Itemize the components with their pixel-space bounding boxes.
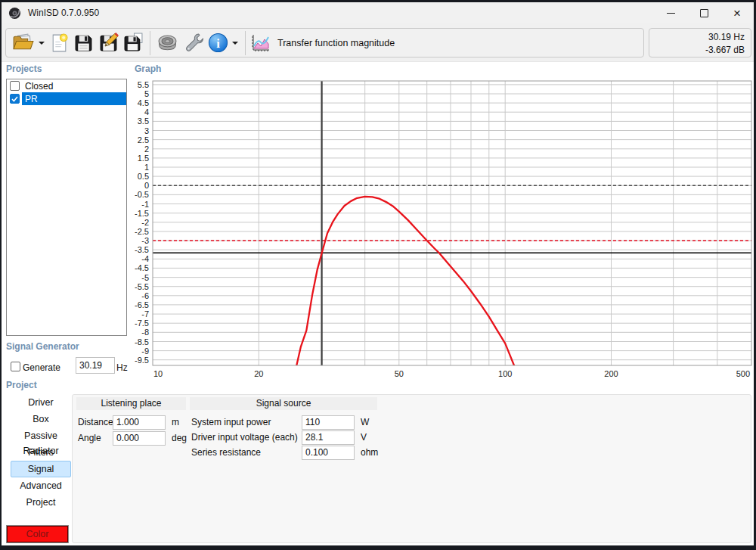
nav-item-filters[interactable]: Filters (11, 444, 71, 461)
nav-item-box[interactable]: Box (11, 411, 71, 427)
driver-editor-button[interactable] (154, 30, 181, 56)
driver-input-voltage-label: Driver input voltage (each) (191, 432, 302, 443)
toolbar-separator (150, 31, 150, 55)
app-speaker-icon (8, 7, 21, 20)
series-resistance-input[interactable] (302, 446, 355, 460)
maximize-icon (700, 9, 708, 17)
info-dropdown-arrow-icon[interactable] (232, 42, 238, 45)
speaker-driver-icon (156, 33, 178, 52)
nav-item-signal[interactable]: Signal (11, 461, 71, 477)
svg-text:0.5: 0.5 (138, 172, 149, 181)
signal-generator-header: Signal Generator (6, 341, 79, 352)
svg-text:0: 0 (144, 181, 149, 190)
window-controls: × (654, 2, 754, 23)
driver-input-voltage-input[interactable] (302, 430, 355, 445)
generate-checkbox[interactable] (11, 362, 20, 371)
projects-header: Projects (6, 64, 42, 74)
system-input-power-unit: W (361, 417, 369, 427)
svg-text:100: 100 (498, 369, 512, 378)
floppy-copy-icon (123, 33, 144, 53)
project-list-item-pr[interactable]: PR (7, 92, 126, 105)
toolbar: i Transfer function magnitude (5, 28, 644, 57)
driver-input-voltage-unit: V (361, 432, 367, 443)
toolbar-separator-2 (245, 31, 246, 55)
generate-label: Generate (23, 362, 60, 373)
svg-text:-4.5: -4.5 (135, 263, 149, 272)
nav-item-passive-radiator[interactable]: Passive Radiator (11, 427, 71, 444)
info-button[interactable]: i (206, 30, 231, 56)
svg-text:-7.5: -7.5 (135, 319, 149, 328)
open-project-button[interactable] (9, 30, 37, 56)
svg-text:-7: -7 (141, 309, 149, 319)
svg-text:50: 50 (395, 369, 404, 378)
info-icon: i (208, 33, 228, 53)
project-item-label: Closed (22, 79, 126, 92)
floppy-save-icon (73, 33, 94, 53)
maximize-button[interactable] (687, 2, 720, 23)
svg-text:-2.5: -2.5 (135, 227, 149, 236)
svg-text:10: 10 (153, 369, 163, 378)
svg-text:2: 2 (144, 144, 149, 154)
svg-text:3: 3 (144, 126, 149, 135)
svg-text:5.5: 5.5 (138, 80, 149, 89)
driver-input-voltage-row: Driver input voltage (each) V (73, 430, 367, 445)
project-list-item-closed[interactable]: Closed (7, 79, 126, 92)
project-checkbox-pr[interactable] (10, 94, 20, 104)
svg-text:1: 1 (144, 163, 149, 172)
series-resistance-label: Series resistance (191, 447, 302, 458)
save-as-button[interactable] (96, 30, 121, 56)
svg-text:1.5: 1.5 (138, 154, 149, 163)
svg-text:-3.5: -3.5 (135, 245, 149, 254)
generator-frequency-input[interactable] (76, 357, 115, 374)
close-button[interactable]: × (720, 2, 754, 23)
system-input-power-row: System input power W (73, 415, 369, 430)
svg-text:-9: -9 (141, 346, 149, 356)
new-project-button[interactable] (48, 30, 71, 56)
color-button[interactable]: Color (6, 525, 69, 543)
signal-generator-row: Generate Hz (2, 355, 145, 376)
app-window: WinISD 0.7.0.950 × (2, 2, 754, 545)
listening-place-header: Listening place (76, 397, 186, 410)
minimize-button[interactable] (654, 2, 687, 23)
svg-text:3.5: 3.5 (138, 117, 149, 126)
project-item-label: PR (22, 92, 126, 105)
svg-text:-6.5: -6.5 (135, 300, 149, 309)
svg-text:-4: -4 (141, 254, 149, 263)
folder-open-icon (11, 33, 35, 53)
toolbox-button[interactable] (181, 30, 206, 56)
project-checkbox-closed[interactable] (10, 81, 20, 91)
close-icon: × (733, 7, 741, 20)
series-resistance-unit: ohm (361, 447, 378, 458)
svg-text:-1.5: -1.5 (135, 209, 149, 218)
window-titlebar: WinISD 0.7.0.950 × (2, 2, 754, 23)
generator-frequency-unit: Hz (116, 362, 128, 373)
nav-item-project[interactable]: Project (11, 494, 71, 511)
svg-text:5: 5 (144, 89, 149, 98)
save-button[interactable] (71, 30, 96, 56)
projects-list[interactable]: ClosedPR (6, 79, 127, 336)
nav-item-advanced[interactable]: Advanced (11, 477, 71, 494)
new-document-icon (50, 33, 69, 54)
settings-panel: Listening place Signal source Distance m… (72, 394, 751, 543)
save-all-button[interactable] (121, 30, 146, 56)
series-resistance-row: Series resistance ohm (73, 445, 378, 460)
window-title: WinISD 0.7.0.950 (28, 8, 99, 18)
svg-text:-2: -2 (141, 218, 149, 227)
chart-icon (249, 33, 271, 53)
svg-text:500: 500 (736, 369, 750, 378)
svg-text:200: 200 (604, 369, 618, 378)
system-input-power-input[interactable] (302, 415, 355, 430)
svg-text:-5: -5 (141, 273, 149, 282)
floppy-pencil-icon (98, 33, 119, 53)
svg-text:-3: -3 (141, 236, 149, 245)
cursor-readout: 30.19 Hz -3.667 dB (649, 28, 751, 57)
svg-text:4: 4 (144, 107, 149, 117)
graph-header: Graph (135, 64, 161, 74)
nav-item-driver[interactable]: Driver (11, 394, 71, 411)
view-title: Transfer function magnitude (277, 38, 395, 48)
transfer-function-chart[interactable]: 5.554.543.532.521.510.50-0.5-1-1.5-2-2.5… (125, 79, 754, 383)
readout-level: -3.667 dB (649, 44, 745, 57)
readout-frequency: 30.19 Hz (649, 31, 745, 44)
open-dropdown-arrow-icon[interactable] (39, 42, 45, 45)
wrench-icon (183, 33, 203, 53)
